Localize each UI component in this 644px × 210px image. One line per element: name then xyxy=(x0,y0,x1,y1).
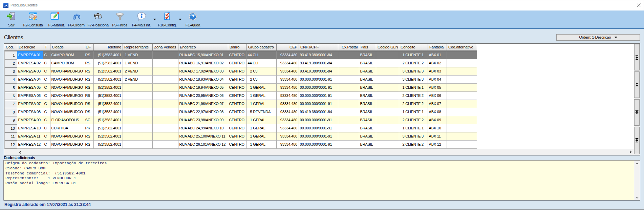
svg-text:?: ? xyxy=(191,14,194,19)
